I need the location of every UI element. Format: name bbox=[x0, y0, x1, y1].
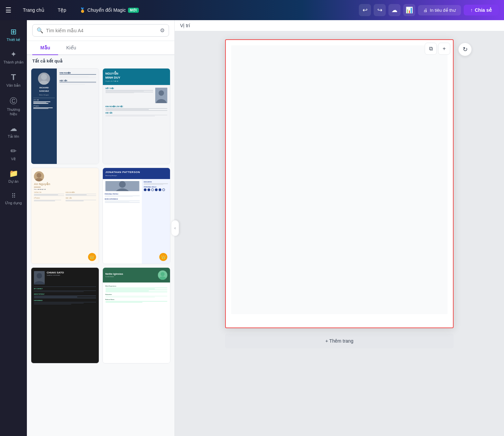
search-icon: 🔍 bbox=[37, 27, 43, 34]
template-preview-nguyen: NGUYỄN MINH DUY Chuyên viên Thiết kế GIỚ… bbox=[103, 69, 170, 164]
print-icon: 🖨 bbox=[423, 8, 428, 13]
top-actions: ↩ ↪ ☁ 📊 🖨 In tiêu đề thư ↑ Chia sẻ bbox=[359, 4, 499, 16]
project-icon: 📁 bbox=[9, 169, 18, 178]
template-preview-an: An Nguyễn Nhà thiết kế nội thất THÔNG TI… bbox=[31, 168, 99, 263]
hamburger-menu[interactable]: ☰ bbox=[5, 6, 11, 14]
magic-label: Chuyển đổi Magic bbox=[87, 7, 126, 13]
chevron-left-icon: ‹ bbox=[174, 226, 176, 230]
tabs-row: Mẫu Kiểu bbox=[27, 41, 174, 55]
apps-icon: ⠿ bbox=[11, 192, 16, 200]
panel-collapse-handle[interactable]: ‹ bbox=[171, 220, 179, 236]
canvas-location-toolbar: Vị trí bbox=[175, 20, 504, 31]
premium-badge-jonathan: 👑 bbox=[159, 253, 167, 261]
undo-button[interactable]: ↩ bbox=[359, 4, 371, 16]
redo-button[interactable]: ↪ bbox=[374, 4, 386, 16]
svg-point-3 bbox=[159, 90, 164, 96]
location-label: Vị trí bbox=[180, 23, 190, 28]
brand-label: Thương hiệu bbox=[3, 107, 24, 116]
print-button[interactable]: 🖨 In tiêu đề thư bbox=[418, 5, 461, 15]
template-card-nguyen-minh-duy[interactable]: NGUYỄN MINH DUY Chuyên viên Thiết kế GIỚ… bbox=[102, 68, 171, 164]
template-card-chiaki-sato[interactable]: CHIAKI SATO GRAPHIC DESIGNER MY CONTACT … bbox=[31, 267, 99, 363]
template-card-jonathan-patterson[interactable]: JONATHAN PATTERSON Marketing Manager PER… bbox=[102, 168, 171, 264]
template-preview-jonathan: JONATHAN PATTERSON Marketing Manager PER… bbox=[103, 168, 170, 263]
design-label: Thiết kế bbox=[7, 38, 20, 42]
sidebar-item-thanh-phan[interactable]: ✦ Thành phần bbox=[1, 47, 26, 68]
main-layout: ⊞ Thiết kế ✦ Thành phần T Văn bản Ⓒ Thươ… bbox=[0, 20, 504, 436]
apps-label: Ứng dụng bbox=[5, 201, 22, 205]
draw-icon: ✏ bbox=[10, 147, 16, 156]
project-label: Dự án bbox=[8, 179, 18, 184]
svg-point-6 bbox=[37, 173, 41, 178]
print-label: In tiêu đề thư bbox=[430, 8, 456, 13]
svg-point-9 bbox=[119, 181, 126, 188]
magic-convert-nav-item[interactable]: 🏅 Chuyển đổi Magic MỚI bbox=[76, 5, 142, 15]
chart-button[interactable]: 📊 bbox=[403, 4, 415, 16]
canvas-area: Vị trí ⧉ + ↻ + Thêm trang bbox=[175, 20, 504, 436]
filter-icon[interactable]: ⚙ bbox=[160, 27, 165, 34]
template-preview-chiaki: CHIAKI SATO GRAPHIC DESIGNER MY CONTACT … bbox=[31, 268, 99, 363]
tab-mau[interactable]: Mẫu bbox=[32, 41, 58, 55]
canvas-scroll[interactable]: ⧉ + ↻ + Thêm trang bbox=[175, 31, 504, 436]
share-button[interactable]: ↑ Chia sẻ bbox=[464, 5, 499, 15]
premium-badge-an: 👑 bbox=[88, 253, 96, 261]
share-icon: ↑ bbox=[470, 7, 473, 13]
draw-label: Vẽ bbox=[11, 157, 16, 161]
sidebar-item-van-ban[interactable]: T Văn bản bbox=[1, 69, 26, 91]
search-input[interactable] bbox=[46, 28, 157, 33]
template-panel: 🔍 ⚙ Mẫu Kiểu Tất cả kết quả bbox=[27, 20, 175, 436]
new-badge: MỚI bbox=[128, 8, 139, 13]
page-actions: ⧉ + bbox=[425, 43, 450, 55]
file-nav-item[interactable]: Tệp bbox=[54, 5, 70, 15]
page-canvas[interactable] bbox=[231, 45, 448, 314]
design-icon: ⊞ bbox=[10, 28, 16, 36]
sidebar-item-du-an[interactable]: 📁 Dự án bbox=[1, 166, 26, 187]
components-label: Thành phần bbox=[3, 60, 24, 64]
sidebar-item-thiet-ke[interactable]: ⊞ Thiết kế bbox=[1, 24, 26, 45]
search-bar: 🔍 ⚙ bbox=[27, 20, 174, 41]
add-to-page-button[interactable]: + bbox=[438, 43, 450, 55]
top-navigation: ☰ Trang chủ Tệp 🏅 Chuyển đổi Magic MỚI ↩… bbox=[0, 0, 504, 20]
template-card-nellie-iglesias[interactable]: Nellie Iglesias Content Editor Work Expe… bbox=[102, 267, 171, 363]
magic-star-icon: 🏅 bbox=[80, 7, 85, 13]
add-page-button[interactable]: + Thêm trang bbox=[225, 334, 454, 348]
search-input-wrap: 🔍 ⚙ bbox=[32, 24, 169, 37]
components-icon: ✦ bbox=[10, 50, 16, 59]
sidebar-item-ve[interactable]: ✏ Vẽ bbox=[1, 143, 26, 165]
upload-label: Tải lên bbox=[8, 134, 19, 139]
text-label: Văn bản bbox=[6, 83, 20, 88]
upload-icon: ☁ bbox=[10, 124, 17, 133]
template-preview-nellie: Nellie Iglesias Content Editor Work Expe… bbox=[103, 268, 170, 363]
page-container: ⧉ + ↻ bbox=[225, 39, 454, 328]
results-label: Tất cả kết quả bbox=[27, 55, 174, 66]
template-grid-wrap[interactable]: RICHARD SANCHEZ Motion Designer LIÊN HỆ … bbox=[27, 66, 174, 436]
duplicate-page-button[interactable]: ⧉ bbox=[425, 43, 437, 55]
template-card-richard-sanchez[interactable]: RICHARD SANCHEZ Motion Designer LIÊN HỆ … bbox=[31, 68, 99, 164]
svg-point-15 bbox=[161, 272, 165, 276]
tab-kieu[interactable]: Kiểu bbox=[58, 41, 84, 55]
share-label: Chia sẻ bbox=[475, 7, 492, 13]
refresh-button[interactable]: ↻ bbox=[458, 43, 472, 56]
home-nav-item[interactable]: Trang chủ bbox=[19, 5, 48, 15]
icon-sidebar: ⊞ Thiết kế ✦ Thành phần T Văn bản Ⓒ Thươ… bbox=[0, 20, 27, 436]
text-icon: T bbox=[11, 73, 16, 82]
template-card-an-nguyen[interactable]: An Nguyễn Nhà thiết kế nội thất THÔNG TI… bbox=[31, 168, 99, 264]
svg-point-1 bbox=[39, 81, 49, 85]
template-grid: RICHARD SANCHEZ Motion Designer LIÊN HỆ … bbox=[31, 68, 170, 363]
template-preview-richard: RICHARD SANCHEZ Motion Designer LIÊN HỆ … bbox=[31, 69, 99, 164]
sidebar-item-thuong-hieu[interactable]: Ⓒ Thương hiệu bbox=[1, 93, 26, 120]
svg-point-12 bbox=[37, 273, 42, 278]
sidebar-item-tai-len[interactable]: ☁ Tải lên bbox=[1, 121, 26, 142]
cloud-save-button[interactable]: ☁ bbox=[388, 4, 401, 16]
sidebar-item-ung-dung[interactable]: ⠿ Ứng dụng bbox=[1, 189, 26, 209]
svg-point-0 bbox=[41, 74, 47, 80]
brand-icon: Ⓒ bbox=[10, 96, 17, 106]
